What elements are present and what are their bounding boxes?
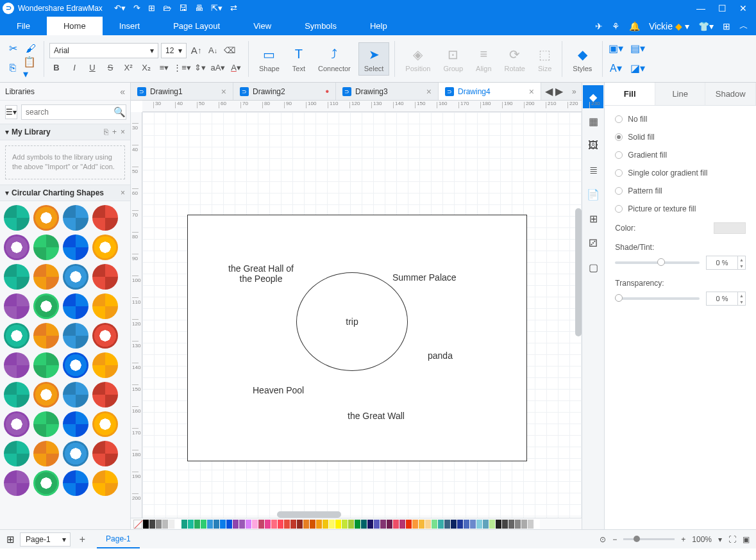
menu-view[interactable]: View	[237, 17, 288, 35]
color-swatch[interactable]	[329, 520, 335, 529]
overflow-icon[interactable]: ⇄	[230, 3, 237, 13]
remove-section-icon[interactable]: ×	[121, 188, 125, 197]
shape-thumb[interactable]	[33, 470, 59, 496]
fill-option-4[interactable]: Pattern fill	[615, 186, 746, 195]
menu-file[interactable]: File	[0, 17, 47, 35]
shape-thumb[interactable]	[4, 411, 29, 437]
close-icon[interactable]: ✕	[739, 3, 747, 13]
color-swatch[interactable]	[252, 520, 258, 529]
color-swatch[interactable]	[188, 520, 194, 529]
scrollbar-vertical[interactable]	[575, 208, 582, 336]
color-swatch[interactable]	[361, 520, 367, 529]
color-swatch[interactable]	[528, 520, 533, 529]
color-swatch[interactable]	[149, 520, 155, 529]
prop-tab-shadow[interactable]: Shadow	[705, 83, 756, 105]
menu-help[interactable]: Help	[353, 17, 404, 35]
shape-thumb[interactable]	[4, 382, 29, 408]
new-icon[interactable]: ⊞	[148, 3, 155, 13]
shape-tool[interactable]: ▭Shape	[254, 43, 285, 75]
color-swatch[interactable]	[303, 520, 309, 529]
color-swatch[interactable]	[169, 520, 174, 529]
close-tab-icon[interactable]: ×	[221, 86, 226, 97]
label-summer-palace[interactable]: Summer Palace	[392, 272, 457, 283]
shape-circle-trip[interactable]: trip	[296, 272, 408, 371]
select-tool[interactable]: ➤Select	[358, 42, 390, 76]
text-tool[interactable]: TText	[287, 43, 310, 75]
zoom-out-icon[interactable]: −	[612, 535, 617, 544]
doc-tab-drawing2[interactable]: ⊃Drawing2•	[233, 83, 336, 100]
prop-tab-fill[interactable]: Fill	[605, 83, 655, 105]
color-swatch[interactable]	[290, 520, 296, 529]
menu-symbols[interactable]: Symbols	[288, 17, 353, 35]
color-swatch[interactable]	[502, 520, 508, 529]
case-icon[interactable]: aA▾	[211, 61, 225, 75]
menu-home[interactable]: Home	[47, 17, 103, 35]
align-tool[interactable]: ≡Align	[471, 43, 496, 75]
color-swatch[interactable]	[515, 520, 521, 529]
page-tab[interactable]: Page-1	[97, 531, 140, 548]
color-swatch[interactable]	[496, 520, 501, 529]
add-icon[interactable]: +	[112, 128, 117, 136]
shape-thumb[interactable]	[92, 323, 118, 349]
color-swatch[interactable]	[239, 520, 245, 529]
italic-icon[interactable]: I	[67, 61, 81, 75]
shape-thumb[interactable]	[33, 323, 59, 349]
bell-icon[interactable]: 🔔	[629, 21, 640, 31]
undo-icon[interactable]: ↶▾	[114, 3, 126, 13]
color-swatch[interactable]	[451, 520, 457, 529]
fill-option-5[interactable]: Picture or texture fill	[615, 204, 746, 213]
send-icon[interactable]: ✈	[595, 21, 603, 31]
presentation-panel-icon[interactable]: ▢	[583, 256, 603, 279]
shape-thumb[interactable]	[4, 293, 29, 319]
shape-thumb[interactable]	[33, 293, 59, 319]
numbering-icon[interactable]: ⋮≡▾	[175, 61, 189, 75]
import-icon[interactable]: ⎘	[104, 128, 108, 136]
cut-icon[interactable]: ✂	[5, 41, 21, 56]
color-swatch[interactable]	[220, 520, 226, 529]
shape-thumb[interactable]	[63, 293, 88, 319]
close-tab-icon[interactable]: ×	[426, 86, 432, 97]
redo-icon[interactable]: ↷	[133, 3, 140, 13]
grid-panel-icon[interactable]: ▦	[583, 110, 603, 133]
collapse-panel-icon[interactable]: «	[120, 86, 125, 97]
color-swatch[interactable]	[476, 520, 482, 529]
shape-thumb[interactable]	[63, 470, 88, 496]
color-swatch[interactable]	[406, 520, 412, 529]
label-panda[interactable]: panda	[428, 350, 453, 361]
apps-icon[interactable]: ⊞	[723, 21, 730, 31]
color-swatch[interactable]	[233, 520, 239, 529]
color-swatch[interactable]	[214, 520, 219, 529]
shape-thumb[interactable]	[63, 205, 88, 231]
color-swatch[interactable]	[181, 520, 187, 529]
color-swatch[interactable]	[201, 520, 206, 529]
line-spacing-icon[interactable]: ⇕▾	[193, 61, 207, 75]
tabs-next-icon[interactable]: ▶	[555, 85, 563, 97]
color-swatch[interactable]	[489, 520, 495, 529]
shape-thumb[interactable]	[92, 441, 118, 466]
page-panel-icon[interactable]: 📄	[583, 183, 603, 206]
color-swatch[interactable]	[207, 520, 213, 529]
color-swatch[interactable]	[444, 520, 450, 529]
paste-icon[interactable]: 📋▾	[23, 60, 38, 76]
color-swatch[interactable]	[464, 520, 469, 529]
shade-value[interactable]: 0 %	[706, 256, 738, 270]
connector-tool[interactable]: ⤴Connector	[313, 43, 356, 75]
group-tool[interactable]: ⊡Group	[438, 43, 468, 75]
color-swatch[interactable]	[265, 520, 271, 529]
menu-insert[interactable]: Insert	[103, 17, 157, 35]
decrease-font-icon[interactable]: A↓	[206, 44, 220, 58]
color-swatch[interactable]	[399, 520, 405, 529]
my-library-header[interactable]: ▾My Library ⎘+×	[0, 124, 130, 140]
shape-thumb[interactable]	[63, 235, 88, 260]
shape-thumb[interactable]	[63, 411, 88, 437]
position-tool[interactable]: ◈Position	[400, 43, 435, 75]
color-swatch[interactable]	[284, 520, 290, 529]
shape-thumb[interactable]	[33, 264, 59, 290]
font-family-select[interactable]: Arial▾	[49, 43, 158, 58]
color-swatch[interactable]	[387, 520, 392, 529]
color-swatch[interactable]	[438, 520, 444, 529]
color-swatch[interactable]	[374, 520, 380, 529]
color-swatch[interactable]	[432, 520, 437, 529]
library-menu-icon[interactable]: ☰▾	[5, 105, 17, 119]
text-color-icon[interactable]: A▾	[608, 61, 623, 76]
